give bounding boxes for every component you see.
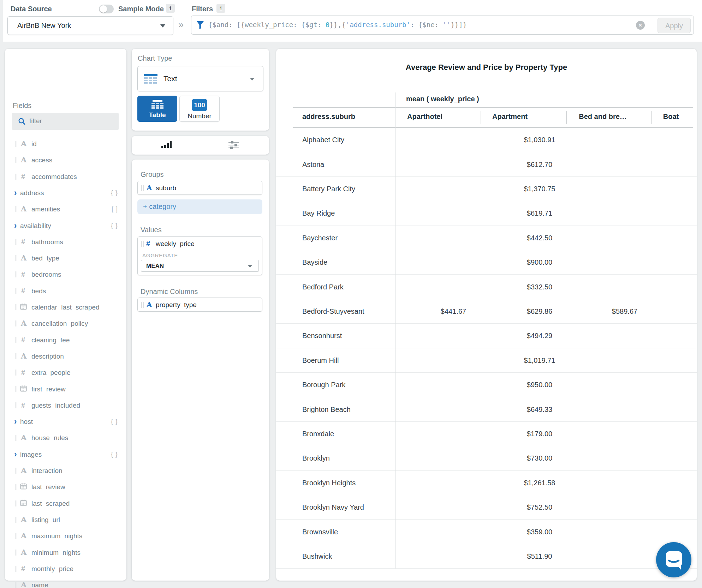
filter-query-text: {$and: [{weekly_price: {$gt: 0}},{'addre…: [208, 21, 467, 29]
field-item-bedrooms[interactable]: #bedrooms: [5, 266, 126, 283]
encode-filter-tabbar: [132, 136, 269, 155]
suburb-cell: Astoria: [302, 160, 324, 168]
table-row: Brooklyn$730.00: [276, 446, 697, 470]
field-item-last-scraped[interactable]: last scraped: [5, 496, 126, 512]
field-search-input[interactable]: filter: [12, 113, 119, 130]
suburb-cell: Brooklyn Heights: [302, 479, 356, 487]
aggregate-select[interactable]: MEAN: [141, 260, 259, 272]
field-item-name[interactable]: Aname: [5, 577, 126, 588]
field-item-minimum-nights[interactable]: Aminimum nights: [5, 545, 126, 561]
suburb-cell: Bensonhurst: [302, 332, 342, 340]
field-item-address[interactable]: ›address{ }: [5, 185, 126, 201]
field-item-calendar-last-scraped[interactable]: calendar last scraped: [5, 299, 126, 316]
drag-handle-icon: [15, 141, 17, 147]
drag-handle-icon: [15, 533, 17, 539]
value-cell: $179.00: [527, 430, 552, 438]
chart-type-select[interactable]: Text: [137, 66, 263, 91]
field-item-first-review[interactable]: first review: [5, 381, 126, 397]
add-category-button[interactable]: + category: [137, 199, 262, 214]
field-name: name: [31, 581, 48, 588]
drag-handle-icon: [15, 402, 17, 408]
chevron-down-icon: [160, 24, 165, 28]
filter-input[interactable]: {$and: [{weekly_price: {$gt: 0}},{'addre…: [191, 16, 694, 35]
apply-button[interactable]: Apply: [658, 18, 691, 33]
table-row: Alphabet City$1,030.91: [276, 128, 697, 152]
field-type-badge: { }: [111, 451, 118, 458]
chevron-right-icon[interactable]: ›: [14, 190, 17, 196]
field-item-last-review[interactable]: last review: [5, 479, 126, 495]
field-item-cancellation-policy[interactable]: Acancellation policy: [5, 316, 126, 332]
drag-handle-icon: [15, 157, 17, 163]
field-item-host[interactable]: ›host{ }: [5, 414, 126, 430]
field-item-images[interactable]: ›images{ }: [5, 446, 126, 463]
chat-bubble-icon: [656, 542, 691, 577]
field-item-accommodates[interactable]: #accommodates: [5, 169, 126, 185]
field-item-bathrooms[interactable]: #bathrooms: [5, 234, 126, 250]
field-name: cleaning fee: [31, 336, 70, 344]
clear-filter-icon[interactable]: ✕: [636, 21, 645, 30]
number-type-icon: #: [21, 270, 25, 278]
field-item-interaction[interactable]: Ainteraction: [5, 463, 126, 479]
value-cell: $649.33: [527, 405, 552, 413]
field-item-maximum-nights[interactable]: Amaximum nights: [5, 528, 126, 544]
drag-handle-icon: [15, 239, 17, 245]
value-cell: $629.86: [527, 307, 552, 315]
drag-handle-icon: [15, 435, 17, 441]
suburb-column-divider: [395, 92, 395, 569]
subtype-number-button[interactable]: 100 Number: [179, 96, 220, 122]
group-field-pill[interactable]: A suburb: [137, 181, 262, 195]
tab-settings-sliders-icon[interactable]: [228, 140, 239, 150]
value-cell: $619.71: [527, 209, 552, 217]
field-item-description[interactable]: Adescription: [5, 348, 126, 365]
field-item-monthly-price[interactable]: #monthly price: [5, 561, 126, 577]
data-source-label: Data Source: [11, 5, 52, 13]
chat-launcher-button[interactable]: [656, 542, 691, 577]
value-field-label: weekly price: [156, 240, 195, 248]
sample-mode-info-icon[interactable]: i: [166, 4, 175, 13]
field-item-id[interactable]: Aid: [5, 136, 126, 152]
collapse-panel-icon[interactable]: »: [178, 19, 184, 30]
column-header-2: Apartment: [492, 113, 528, 121]
drag-handle-icon: [141, 302, 144, 308]
field-item-listing-url[interactable]: Alisting url: [5, 512, 126, 528]
suburb-cell: Bay Ridge: [302, 209, 335, 217]
field-item-beds[interactable]: #beds: [5, 283, 126, 299]
field-item-house-rules[interactable]: Ahouse rules: [5, 430, 126, 446]
field-type-badge: [ ]: [112, 205, 118, 213]
search-icon: [18, 118, 26, 125]
filters-info-icon[interactable]: i: [216, 4, 225, 13]
drag-handle-icon: [15, 566, 17, 572]
dynamic-column-pill[interactable]: A property type: [137, 298, 262, 312]
tab-encode-bars-icon[interactable]: [161, 141, 172, 148]
field-item-cleaning-fee[interactable]: #cleaning fee: [5, 332, 126, 348]
value-cell: $359.00: [527, 528, 552, 536]
field-item-availability[interactable]: ›availability{ }: [5, 218, 126, 234]
field-item-bed-type[interactable]: Abed type: [5, 250, 126, 266]
field-item-extra-people[interactable]: #extra people: [5, 365, 126, 381]
value-field-pill[interactable]: # weekly price AGGREGATE MEAN: [137, 236, 262, 275]
number-type-icon: #: [21, 238, 25, 246]
drag-handle-icon: [15, 386, 17, 392]
drag-handle-icon: [15, 550, 17, 556]
field-item-access[interactable]: Aaccess: [5, 152, 126, 168]
suburb-cell: Bronxdale: [302, 430, 334, 438]
chevron-right-icon[interactable]: ›: [14, 418, 17, 425]
chevron-right-icon[interactable]: ›: [14, 451, 17, 457]
chevron-right-icon[interactable]: ›: [14, 222, 17, 229]
table-button-label: Table: [137, 111, 177, 119]
date-type-icon: [20, 303, 27, 311]
string-type-icon: A: [21, 433, 26, 442]
subtype-table-button[interactable]: Table: [137, 96, 177, 122]
sample-mode-toggle[interactable]: [99, 5, 114, 13]
table-row: Astoria$612.70: [276, 152, 697, 176]
field-item-guests-included[interactable]: #guests included: [5, 397, 126, 414]
field-item-amenities[interactable]: Aamenities[ ]: [5, 201, 126, 217]
divider: [566, 111, 567, 124]
groups-label: Groups: [141, 170, 164, 179]
string-type-icon: A: [21, 352, 26, 360]
table-icon: [151, 100, 163, 109]
suburb-cell: Borough Park: [302, 381, 345, 389]
data-source-select[interactable]: AirBnB New York: [7, 16, 173, 35]
number-button-label: Number: [180, 112, 219, 120]
table-row: Brownsville$359.00: [276, 520, 697, 544]
